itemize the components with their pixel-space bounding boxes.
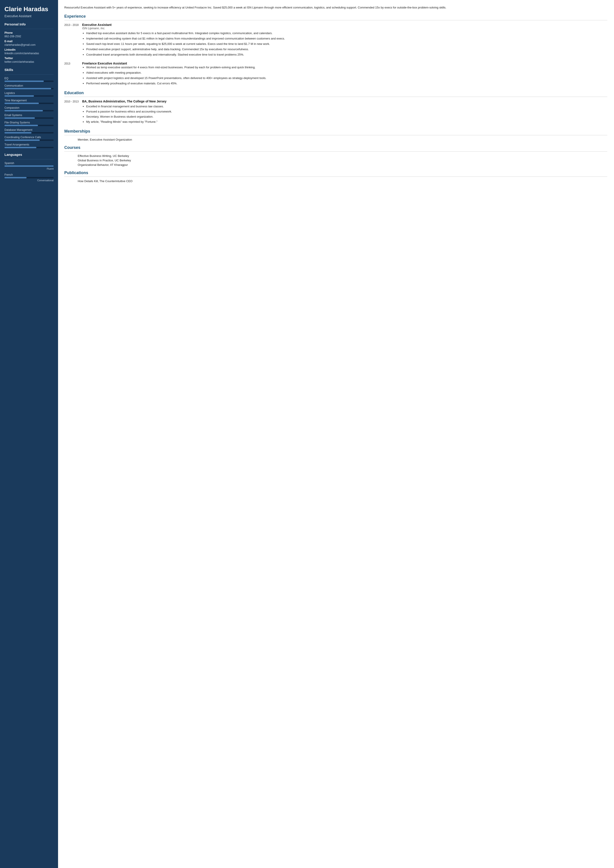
skill-bar-fill xyxy=(5,103,39,104)
exp-bullets: Worked as temp executive assistant for 4… xyxy=(82,65,607,86)
skill-bar-fill xyxy=(5,140,40,141)
skill-bar-fill xyxy=(5,95,34,97)
skill-bar-fill xyxy=(5,110,43,112)
summary-text: Resourceful Executive Assistant with 5+ … xyxy=(64,5,607,10)
language-bar-bg xyxy=(5,177,54,178)
edu-degree: BA, Business Administration, The College… xyxy=(82,99,607,103)
skills-heading: Skills xyxy=(5,68,54,72)
exp-bullets: Handled top executive assistant duties f… xyxy=(82,31,607,57)
list-item: Implemented call-recording system that c… xyxy=(86,36,607,41)
skill-bar-fill xyxy=(5,88,51,89)
exp-content: Executive Assistant ISN Lipmann, Inc. Ha… xyxy=(82,23,607,58)
memberships-heading: Memberships xyxy=(64,129,607,134)
list-item: Provided executive project support, admi… xyxy=(86,47,607,51)
memberships-divider xyxy=(64,135,607,135)
skill-item: Travel Arrangements xyxy=(5,143,54,148)
exp-company: ISN Lipmann, Inc. xyxy=(82,26,607,30)
skill-bar-bg xyxy=(5,118,54,119)
phone-label: Phone xyxy=(5,31,54,34)
languages-list: Spanish Fluent French Conversational xyxy=(5,161,54,182)
skill-item: Logistics xyxy=(5,91,54,97)
skill-name: Logistics xyxy=(5,91,54,95)
exp-date: 2013 - 2018 xyxy=(64,23,82,58)
candidate-title: Executive Assistant xyxy=(5,14,54,18)
list-item: Coordinated travel arrangements both dom… xyxy=(86,53,607,57)
linkedin-label: LinkedIn xyxy=(5,48,54,51)
skill-item: Time Management xyxy=(5,99,54,104)
email-value: clarieharadas@gmail.com xyxy=(5,43,54,46)
personal-info-divider xyxy=(5,29,54,29)
list-item: Assisted with project logistics and deve… xyxy=(86,76,607,81)
skill-bar-fill xyxy=(5,147,36,148)
skill-bar-bg xyxy=(5,88,54,89)
list-item: Excelled in financial management and bus… xyxy=(86,104,607,109)
skill-bar-bg xyxy=(5,103,54,104)
skill-item: Database Management xyxy=(5,128,54,133)
language-item: Spanish Fluent xyxy=(5,161,54,170)
edu-date: 2010 - 2013 xyxy=(64,99,82,125)
list-item: Saved each top-level exec 11 hours per w… xyxy=(86,42,607,46)
skill-item: Communication xyxy=(5,84,54,89)
exp-content: Freelance Executive Assistant Worked as … xyxy=(82,62,607,87)
skill-name: EQ xyxy=(5,77,54,80)
languages-heading: Languages xyxy=(5,153,54,157)
experience-list: 2013 - 2018 Executive Assistant ISN Lipm… xyxy=(64,23,607,87)
skill-name: Database Management xyxy=(5,128,54,132)
linkedin-value: linkedin.com/in/clarieharadas xyxy=(5,52,54,55)
experience-heading: Experience xyxy=(64,14,607,19)
language-level: Conversational xyxy=(5,179,54,182)
language-bar-fill xyxy=(5,165,54,167)
skill-name: File-Sharing Systems xyxy=(5,121,54,124)
language-name: Spanish xyxy=(5,161,54,165)
list-item: Worked as temp executive assistant for 4… xyxy=(86,65,607,70)
languages-divider xyxy=(5,159,54,160)
list-item: Performed weekly proofreading of executi… xyxy=(86,81,607,86)
course-item: Organizational Behavior, IIT Kharagpur xyxy=(64,163,607,166)
skill-bar-fill xyxy=(5,81,44,82)
skill-item: Email Systems xyxy=(5,114,54,119)
list-item: Pursued a passion for business ethics an… xyxy=(86,109,607,114)
experience-divider xyxy=(64,20,607,20)
courses-list: Effective Business Writing, UC BerkeleyG… xyxy=(64,154,607,166)
skill-item: EQ xyxy=(5,77,54,82)
skill-bar-bg xyxy=(5,81,54,82)
skill-bar-bg xyxy=(5,110,54,112)
main-content: Resourceful Executive Assistant with 5+ … xyxy=(58,0,614,868)
memberships-list: Member, Executive Assistant Organization xyxy=(64,138,607,141)
course-item: Effective Business Writing, UC Berkeley xyxy=(64,154,607,158)
language-level: Fluent xyxy=(5,167,54,170)
skill-item: Coordinating Conference Calls xyxy=(5,136,54,141)
course-item: Global Business in Practice, UC Berkeley xyxy=(64,159,607,162)
language-name: French xyxy=(5,173,54,176)
skill-bar-fill xyxy=(5,132,31,133)
list-item: My article, "Reading Minds" was reprinte… xyxy=(86,119,607,124)
courses-divider xyxy=(64,151,607,152)
twitter-value: twitter.com/clarieharadas xyxy=(5,60,54,64)
list-item: Secretary, Women in Business student org… xyxy=(86,115,607,119)
skill-name: Coordinating Conference Calls xyxy=(5,136,54,139)
language-bar-fill xyxy=(5,177,26,178)
phone-value: 862-208-2592 xyxy=(5,35,54,38)
publications-list: How Details Kill, The Counterintuitive C… xyxy=(64,180,607,183)
skill-bar-bg xyxy=(5,125,54,126)
twitter-label: Twitter xyxy=(5,57,54,60)
language-item: French Conversational xyxy=(5,173,54,182)
experience-entry: 2013 - 2018 Executive Assistant ISN Lipm… xyxy=(64,23,607,58)
skill-name: Time Management xyxy=(5,99,54,102)
skill-bar-fill xyxy=(5,118,35,119)
candidate-name: Clarie Haradas xyxy=(5,5,54,13)
skill-item: File-Sharing Systems xyxy=(5,121,54,126)
publications-divider xyxy=(64,177,607,177)
language-bar-bg xyxy=(5,165,54,167)
exp-job-title: Executive Assistant xyxy=(82,23,607,26)
skill-bar-bg xyxy=(5,132,54,133)
list-item: Handled top executive assistant duties f… xyxy=(86,31,607,36)
personal-info-heading: Personal Info xyxy=(5,22,54,26)
skill-name: Communication xyxy=(5,84,54,87)
edu-content: BA, Business Administration, The College… xyxy=(82,99,607,125)
education-entry: 2010 - 2013 BA, Business Administration,… xyxy=(64,99,607,125)
skill-name: Travel Arrangements xyxy=(5,143,54,146)
education-heading: Education xyxy=(64,91,607,95)
skill-item: Compassion xyxy=(5,106,54,112)
courses-heading: Courses xyxy=(64,145,607,150)
